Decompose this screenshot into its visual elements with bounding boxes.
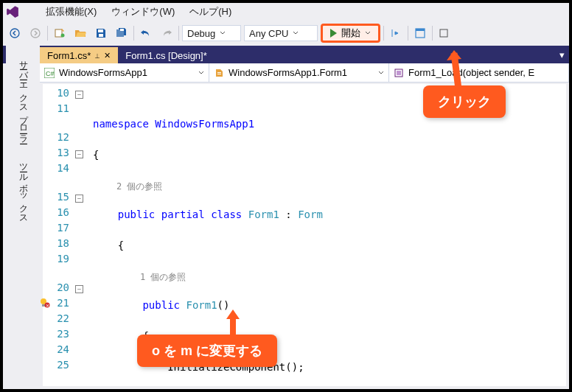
member-selector[interactable]: Form1_Load(object sender, E — [389, 63, 569, 82]
toolbar-divider — [47, 26, 48, 41]
config-label: Debug — [187, 28, 215, 39]
chevron-down-icon — [378, 70, 384, 76]
svg-rect-5 — [99, 34, 103, 37]
code-text: Form — [298, 209, 323, 220]
line-number: 10 — [43, 85, 69, 101]
line-number: 14 — [43, 161, 69, 176]
tab-label: Form1.cs [Design]* — [125, 50, 207, 61]
chevron-down-icon — [365, 30, 371, 36]
code-text: namespace WindowsFormsApp1 — [93, 118, 254, 130]
close-icon[interactable]: ✕ — [104, 51, 111, 60]
code-text: public — [142, 299, 186, 311]
chevron-down-icon — [198, 70, 204, 76]
lightbulb-error-icon[interactable]: ✕ — [40, 298, 50, 308]
line-number: 25 — [43, 357, 69, 373]
svg-rect-12 — [217, 72, 221, 73]
callout-change: o を m に変更する — [137, 335, 277, 367]
svg-rect-4 — [98, 29, 103, 32]
line-number: 18 — [43, 236, 69, 251]
class-icon — [214, 68, 224, 78]
line-number: 23 — [43, 326, 69, 342]
project-label: WindowsFormsApp1 — [59, 67, 147, 78]
pin-icon[interactable]: ⟂ — [95, 52, 100, 60]
menu-window[interactable]: ウィンドウ(W) — [105, 4, 181, 20]
member-label: Form1_Load(object sender, E — [408, 67, 534, 78]
start-label: 開始 — [341, 27, 360, 40]
menu-help[interactable]: ヘルプ(H) — [184, 4, 237, 20]
play-icon — [330, 29, 337, 38]
line-number: 16 — [43, 205, 69, 220]
line-numbers: 10 11 12 13 14 15 16 17 18 19 20 21 22 2… — [43, 84, 75, 386]
fold-toggle[interactable]: − — [75, 195, 83, 203]
toolbar-divider — [383, 26, 384, 41]
tab-form1-design[interactable]: Form1.cs [Design]* — [118, 47, 214, 63]
undo-icon[interactable] — [137, 24, 155, 42]
line-number: 20 — [43, 280, 69, 295]
line-number: 17 — [43, 220, 69, 236]
navigation-bar: C# WindowsFormsApp1 WindowsFormsApp1.For… — [40, 63, 569, 83]
svg-point-0 — [10, 29, 19, 38]
line-number: 12 — [43, 130, 69, 145]
class-label: WindowsFormsApp1.Form1 — [229, 67, 347, 78]
svg-rect-6 — [120, 29, 124, 31]
chevron-down-icon — [293, 30, 299, 36]
new-project-icon[interactable] — [51, 24, 69, 42]
tab-form1-cs[interactable]: Form1.cs* ⟂ ✕ — [40, 47, 118, 63]
chevron-down-icon — [220, 30, 226, 36]
code-text: : — [279, 209, 298, 220]
platform-combo[interactable]: Any CPU — [244, 25, 318, 41]
class-selector[interactable]: WindowsFormsApp1.Form1 — [209, 63, 389, 82]
svg-rect-9 — [440, 29, 447, 37]
svg-rect-15 — [397, 71, 401, 75]
project-selector[interactable]: C# WindowsFormsApp1 — [40, 63, 209, 82]
line-number: 22 — [43, 311, 69, 326]
svg-point-1 — [31, 29, 40, 38]
tab-label: Form1.cs* — [47, 50, 91, 61]
svg-text:C#: C# — [46, 70, 55, 77]
line-number: 19 — [43, 251, 69, 267]
tab-overflow-icon[interactable]: ▾ — [559, 49, 565, 60]
fold-toggle[interactable]: − — [75, 285, 83, 293]
fold-toggle[interactable]: − — [75, 150, 83, 158]
codelens[interactable]: 2 個の参照 — [93, 181, 162, 192]
svg-rect-8 — [416, 29, 425, 31]
code-text: { — [93, 147, 566, 163]
svg-point-3 — [61, 34, 65, 38]
code-text: () — [217, 299, 230, 311]
line-number: 15 — [43, 189, 69, 205]
redo-icon[interactable] — [158, 24, 175, 42]
line-number: 24 — [43, 342, 69, 357]
svg-text:✕: ✕ — [46, 304, 49, 308]
start-debug-button[interactable]: 開始 — [321, 24, 380, 43]
nav-back-icon[interactable] — [6, 24, 24, 42]
toolbox-tab[interactable]: ツールボックス — [14, 151, 32, 225]
svg-rect-13 — [217, 74, 221, 74]
nav-fwd-icon[interactable] — [27, 24, 44, 42]
save-all-icon[interactable] — [113, 24, 130, 42]
vs-logo-icon — [6, 5, 19, 18]
toolbar-divider — [178, 26, 179, 41]
codelens[interactable]: 1 個の参照 — [93, 272, 186, 282]
config-combo[interactable]: Debug — [182, 25, 241, 41]
open-icon[interactable] — [72, 24, 89, 42]
toolbar-divider — [408, 26, 408, 41]
code-editor[interactable]: 10 11 12 13 14 15 16 17 18 19 20 21 22 2… — [43, 84, 566, 386]
code-text: Form1 — [248, 209, 279, 220]
toolbar-divider — [432, 26, 433, 41]
toolbar: Debug Any CPU 開始 — [3, 21, 569, 46]
menu-extensions[interactable]: 拡張機能(X) — [40, 4, 102, 20]
line-number: 13 — [43, 145, 69, 161]
method-icon — [394, 68, 404, 78]
server-explorer-tab[interactable]: サーバー エクスプローラー — [14, 49, 32, 145]
line-number: 11 — [43, 101, 69, 116]
platform-label: Any CPU — [249, 28, 288, 39]
browser-icon[interactable] — [411, 24, 429, 42]
more-icon[interactable] — [436, 24, 453, 42]
menu-bar: 拡張機能(X) ウィンドウ(W) ヘルプ(H) — [3, 3, 569, 21]
document-tabs: Form1.cs* ⟂ ✕ Form1.cs [Design]* ▾ — [3, 46, 569, 63]
fold-toggle[interactable]: − — [75, 91, 83, 99]
step-icon[interactable] — [387, 24, 405, 42]
save-icon[interactable] — [92, 24, 110, 42]
side-tool-tabs: サーバー エクスプローラー ツールボックス — [6, 46, 40, 355]
fold-gutter: − − − − — [75, 84, 90, 386]
